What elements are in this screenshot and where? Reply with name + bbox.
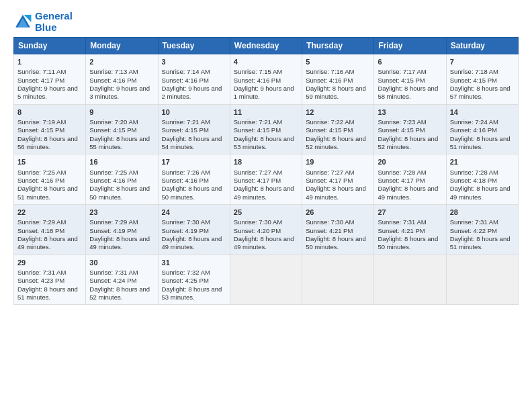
day-number: 12 — [306, 107, 370, 117]
day-number: 2 — [89, 57, 154, 66]
sunrise-label: Sunrise: 7:29 AM — [89, 218, 138, 226]
day-number: 14 — [450, 107, 515, 117]
day-cell: 11Sunrise: 7:21 AMSunset: 4:15 PMDayligh… — [230, 104, 302, 154]
sunset-label: Sunset: 4:19 PM — [89, 227, 136, 234]
day-cell: 1Sunrise: 7:11 AMSunset: 4:17 PMDaylight… — [14, 54, 86, 105]
sunset-label: Sunset: 4:20 PM — [234, 227, 281, 234]
daylight-label: Daylight: 8 hours and 58 minutes. — [378, 85, 438, 100]
day-number: 20 — [378, 157, 442, 167]
daylight-label: Daylight: 9 hours and 1 minute. — [234, 85, 294, 100]
daylight-label: Daylight: 8 hours and 59 minutes. — [306, 85, 366, 100]
sunset-label: Sunset: 4:15 PM — [17, 126, 64, 134]
day-cell: 13Sunrise: 7:23 AMSunset: 4:15 PMDayligh… — [374, 104, 446, 154]
daylight-label: Daylight: 8 hours and 49 minutes. — [378, 185, 438, 200]
day-cell — [374, 255, 446, 305]
sunrise-label: Sunrise: 7:31 AM — [17, 269, 66, 276]
sunrise-label: Sunrise: 7:29 AM — [17, 218, 66, 226]
col-header-saturday: Saturday — [446, 38, 518, 54]
sunset-label: Sunset: 4:21 PM — [378, 227, 425, 234]
sunrise-label: Sunrise: 7:14 AM — [162, 68, 210, 75]
daylight-label: Daylight: 8 hours and 54 minutes. — [162, 135, 222, 150]
day-cell: 28Sunrise: 7:31 AMSunset: 4:22 PMDayligh… — [446, 205, 518, 255]
day-cell: 22Sunrise: 7:29 AMSunset: 4:18 PMDayligh… — [14, 205, 86, 255]
day-cell: 20Sunrise: 7:28 AMSunset: 4:17 PMDayligh… — [374, 154, 446, 205]
day-number: 31 — [162, 258, 226, 267]
daylight-label: Daylight: 8 hours and 51 minutes. — [450, 135, 511, 150]
sunrise-label: Sunrise: 7:25 AM — [89, 169, 138, 176]
day-cell: 23Sunrise: 7:29 AMSunset: 4:19 PMDayligh… — [86, 205, 158, 255]
sunset-label: Sunset: 4:18 PM — [17, 227, 64, 234]
day-cell: 12Sunrise: 7:22 AMSunset: 4:15 PMDayligh… — [302, 104, 374, 154]
day-cell: 2Sunrise: 7:13 AMSunset: 4:16 PMDaylight… — [86, 54, 158, 105]
sunrise-label: Sunrise: 7:30 AM — [306, 218, 354, 226]
day-cell: 5Sunrise: 7:16 AMSunset: 4:16 PMDaylight… — [302, 54, 374, 105]
logo-icon — [13, 13, 32, 32]
sunrise-label: Sunrise: 7:18 AM — [450, 68, 498, 75]
sunrise-label: Sunrise: 7:24 AM — [450, 118, 498, 126]
day-number: 7 — [450, 57, 515, 66]
sunset-label: Sunset: 4:16 PM — [306, 77, 353, 84]
sunrise-label: Sunrise: 7:30 AM — [234, 218, 282, 226]
week-row-5: 29Sunrise: 7:31 AMSunset: 4:23 PMDayligh… — [14, 255, 519, 305]
sunset-label: Sunset: 4:17 PM — [234, 177, 281, 184]
day-cell: 17Sunrise: 7:26 AMSunset: 4:16 PMDayligh… — [158, 154, 230, 205]
day-cell: 15Sunrise: 7:25 AMSunset: 4:16 PMDayligh… — [14, 154, 86, 205]
sunset-label: Sunset: 4:24 PM — [89, 277, 136, 284]
daylight-label: Daylight: 8 hours and 49 minutes. — [306, 185, 366, 200]
day-cell: 18Sunrise: 7:27 AMSunset: 4:17 PMDayligh… — [230, 154, 302, 205]
sunrise-label: Sunrise: 7:16 AM — [306, 68, 354, 75]
sunset-label: Sunset: 4:16 PM — [234, 77, 281, 84]
sunrise-label: Sunrise: 7:17 AM — [378, 68, 426, 75]
sunrise-label: Sunrise: 7:22 AM — [306, 118, 354, 126]
day-number: 6 — [378, 57, 442, 66]
sunset-label: Sunset: 4:15 PM — [306, 126, 353, 134]
sunrise-label: Sunrise: 7:20 AM — [89, 118, 138, 126]
sunset-label: Sunset: 4:16 PM — [162, 77, 209, 84]
daylight-label: Daylight: 8 hours and 56 minutes. — [17, 135, 78, 150]
page: General Blue SundayMondayTuesdayWednesda… — [0, 0, 532, 411]
daylight-label: Daylight: 8 hours and 50 minutes. — [378, 235, 438, 250]
day-cell: 9Sunrise: 7:20 AMSunset: 4:15 PMDaylight… — [86, 104, 158, 154]
week-row-2: 8Sunrise: 7:19 AMSunset: 4:15 PMDaylight… — [14, 104, 519, 154]
day-number: 1 — [17, 57, 82, 66]
day-cell: 6Sunrise: 7:17 AMSunset: 4:15 PMDaylight… — [374, 54, 446, 105]
sunrise-label: Sunrise: 7:32 AM — [162, 269, 210, 276]
col-header-monday: Monday — [86, 38, 158, 54]
sunset-label: Sunset: 4:22 PM — [450, 227, 497, 234]
logo-text: General Blue — [35, 11, 73, 33]
day-cell: 4Sunrise: 7:15 AMSunset: 4:16 PMDaylight… — [230, 54, 302, 105]
sunrise-label: Sunrise: 7:21 AM — [234, 118, 282, 126]
day-number: 8 — [17, 107, 82, 117]
sunset-label: Sunset: 4:16 PM — [162, 177, 209, 184]
day-number: 13 — [378, 107, 442, 117]
sunset-label: Sunset: 4:18 PM — [450, 177, 497, 184]
daylight-label: Daylight: 8 hours and 53 minutes. — [162, 285, 222, 301]
daylight-label: Daylight: 8 hours and 51 minutes. — [17, 285, 78, 301]
logo: General Blue — [13, 11, 73, 33]
daylight-label: Daylight: 8 hours and 52 minutes. — [378, 135, 438, 150]
sunrise-label: Sunrise: 7:19 AM — [17, 118, 66, 126]
daylight-label: Daylight: 8 hours and 55 minutes. — [89, 135, 150, 150]
day-cell — [446, 255, 518, 305]
sunset-label: Sunset: 4:23 PM — [17, 277, 64, 284]
sunset-label: Sunset: 4:25 PM — [162, 277, 209, 284]
day-number: 22 — [17, 208, 82, 217]
sunrise-label: Sunrise: 7:11 AM — [17, 68, 66, 75]
sunrise-label: Sunrise: 7:25 AM — [17, 169, 66, 176]
day-number: 16 — [89, 157, 154, 167]
day-number: 21 — [450, 157, 515, 167]
col-header-sunday: Sunday — [14, 38, 86, 54]
sunset-label: Sunset: 4:15 PM — [89, 126, 136, 134]
sunrise-label: Sunrise: 7:28 AM — [378, 169, 426, 176]
sunset-label: Sunset: 4:15 PM — [162, 126, 209, 134]
day-cell: 31Sunrise: 7:32 AMSunset: 4:25 PMDayligh… — [158, 255, 230, 305]
col-header-thursday: Thursday — [302, 38, 374, 54]
col-header-wednesday: Wednesday — [230, 38, 302, 54]
sunset-label: Sunset: 4:15 PM — [450, 77, 497, 84]
day-number: 4 — [234, 57, 298, 66]
daylight-label: Daylight: 8 hours and 50 minutes. — [89, 185, 150, 200]
daylight-label: Daylight: 8 hours and 52 minutes. — [89, 285, 150, 301]
day-cell — [302, 255, 374, 305]
day-number: 29 — [17, 258, 82, 267]
sunset-label: Sunset: 4:16 PM — [89, 77, 136, 84]
